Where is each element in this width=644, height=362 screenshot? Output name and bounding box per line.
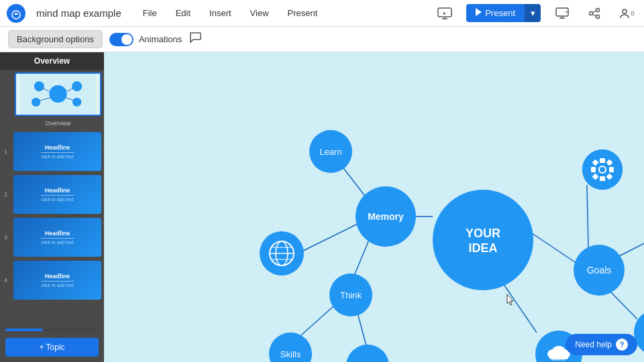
svg-point-12 xyxy=(623,9,627,13)
svg-line-10 xyxy=(592,14,596,16)
svg-point-7 xyxy=(596,8,600,11)
mind-map-svg: YOUR IDEA Memory Learn Think Skills Shar… xyxy=(104,52,644,362)
top-menu-bar: mind map example File Edit Insert View P… xyxy=(0,0,644,27)
toggle-knob xyxy=(121,34,132,45)
svg-text:Learn: Learn xyxy=(319,147,341,157)
menu-view[interactable]: View xyxy=(246,5,273,21)
svg-point-14 xyxy=(49,85,66,103)
background-options-button[interactable]: Background options xyxy=(8,30,103,48)
slide-item-1[interactable]: 1 Headline click to add text xyxy=(3,132,101,171)
slide-number-3: 3 xyxy=(4,234,7,241)
svg-text:IDEA: IDEA xyxy=(468,241,497,255)
slide-number-4: 4 xyxy=(4,277,7,284)
slide-item-3[interactable]: 3 Headline click to add text xyxy=(3,218,101,257)
svg-line-11 xyxy=(592,11,596,13)
animations-label: Animations xyxy=(139,34,182,44)
app-title: mind map example xyxy=(36,7,121,19)
need-help-button[interactable]: Need help ? xyxy=(566,334,637,355)
svg-text:YOUR: YOUR xyxy=(466,227,500,240)
need-help-label: Need help xyxy=(575,340,612,349)
menu-insert[interactable]: Insert xyxy=(205,5,235,21)
presenter-icon-btn[interactable] xyxy=(434,3,455,24)
help-circle-icon: ? xyxy=(616,339,628,351)
svg-point-35 xyxy=(433,190,533,290)
svg-point-8 xyxy=(590,11,593,15)
play-triangle-icon xyxy=(476,8,482,18)
slide-1-headline: Headline xyxy=(45,144,70,151)
svg-point-18 xyxy=(72,98,81,107)
svg-rect-64 xyxy=(600,176,605,181)
slide-item-overview[interactable]: Overview xyxy=(3,72,101,128)
slide-item-2[interactable]: 2 Headline click to add text xyxy=(3,175,101,214)
menu-file[interactable]: File xyxy=(139,5,161,21)
slide-4-headline: Headline xyxy=(45,273,70,280)
slide-number-1: 1 xyxy=(4,148,7,155)
svg-rect-65 xyxy=(609,167,614,172)
main-area: Overview xyxy=(0,52,644,362)
sidebar: Overview xyxy=(0,52,104,362)
add-topic-button[interactable]: + Topic xyxy=(5,338,99,357)
svg-rect-1 xyxy=(438,8,451,17)
svg-text:Skills: Skills xyxy=(280,349,301,359)
app-logo xyxy=(7,4,25,23)
present-button[interactable]: Present xyxy=(466,4,525,22)
animations-toggle-wrap: Animations xyxy=(109,33,182,46)
chat-icon[interactable] xyxy=(189,31,202,48)
slides-list: Overview 1 Headline click to add text 2 xyxy=(0,70,104,327)
slide-3-subtext: click to add text xyxy=(41,240,73,245)
svg-rect-63 xyxy=(600,158,605,163)
scroll-indicator xyxy=(5,328,99,331)
slide-4-subtext: click to add text xyxy=(41,283,73,288)
scroll-thumb xyxy=(5,328,43,331)
secondary-toolbar: Background options Animations xyxy=(0,27,644,52)
slide-number-2: 2 xyxy=(4,191,7,198)
present-button-group: Present ▾ xyxy=(466,4,541,22)
svg-point-17 xyxy=(32,98,40,107)
slide-1-subtext: click to add text xyxy=(41,154,73,159)
user-icon-btn[interactable]: 0 xyxy=(616,3,637,24)
slide-2-headline: Headline xyxy=(45,187,70,194)
slide-2-subtext: click to add text xyxy=(41,197,73,202)
share-icon-btn[interactable] xyxy=(584,3,605,24)
help-question-mark: ? xyxy=(620,341,625,349)
canvas-area[interactable]: YOUR IDEA Memory Learn Think Skills Shar… xyxy=(104,52,644,362)
svg-point-9 xyxy=(596,15,600,18)
svg-text:Think: Think xyxy=(340,290,362,300)
menu-edit[interactable]: Edit xyxy=(172,5,195,21)
svg-point-16 xyxy=(72,81,82,91)
animations-toggle[interactable] xyxy=(109,33,133,46)
svg-text:Memory: Memory xyxy=(368,211,404,222)
svg-text:Goals: Goals xyxy=(587,265,612,276)
present-label: Present xyxy=(485,8,515,18)
present-dropdown-arrow[interactable]: ▾ xyxy=(525,4,541,22)
svg-point-15 xyxy=(34,81,44,91)
menu-present[interactable]: Present xyxy=(284,5,322,21)
svg-rect-66 xyxy=(591,167,596,172)
overview-slide-label: Overview xyxy=(46,120,71,127)
svg-text:www: www xyxy=(551,355,566,362)
slide-3-headline: Headline xyxy=(45,230,70,237)
monitor-icon-btn[interactable] xyxy=(551,3,573,24)
slide-item-4[interactable]: 4 Headline click to add text xyxy=(3,261,101,300)
sidebar-header: Overview xyxy=(0,52,104,70)
